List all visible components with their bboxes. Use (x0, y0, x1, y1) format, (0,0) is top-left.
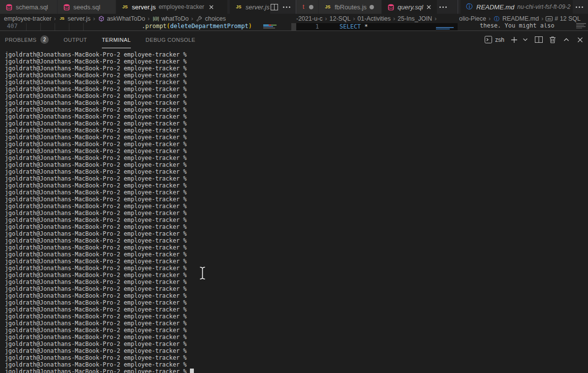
breadcrumb-item[interactable]: server.js (59, 15, 91, 22)
tab-fbroutes-js[interactable]: fbRoutes.js (319, 0, 382, 14)
chevron-down-icon[interactable] (521, 36, 529, 44)
breadcrumbs-bar: employee-tracker server.js askWhatToDo w… (0, 14, 588, 23)
terminal-prompt-line: jgoldrath@Jonathans-MacBook-Pro-2 employ… (5, 292, 588, 299)
breadcrumb-item[interactable]: 12-SQL (330, 15, 351, 22)
kill-terminal-trash-icon[interactable] (549, 36, 557, 44)
breadcrumb-separator (486, 15, 493, 22)
problems-count-badge: 2 (40, 35, 49, 44)
tab-seeds-sql[interactable]: seeds.sql (58, 0, 116, 14)
new-terminal-icon[interactable] (510, 36, 518, 44)
modified-dot-icon[interactable] (309, 5, 313, 9)
tab-description: nu-chi-virt-fsf-ft-09-2 (517, 3, 570, 10)
tab-server-js-preview[interactable]: server.js (230, 0, 270, 14)
panel-actions: zsh (484, 31, 584, 48)
editor-content-sliver: 407 .prompt(deleteDepartmentPrompt) 1 SE… (0, 23, 588, 31)
maximize-panel-chevron-up-icon[interactable] (562, 36, 570, 44)
breadcrumb-separator (391, 15, 398, 22)
tab-query-sql[interactable]: query.sql (382, 0, 437, 14)
js-icon (121, 3, 129, 11)
tab-terminal[interactable]: TERMINAL (102, 31, 131, 48)
breadcrumb-separator (91, 15, 97, 22)
tab-label: query.sql (398, 3, 423, 11)
terminal-prompt-line: jgoldrath@Jonathans-MacBook-Pro-2 employ… (5, 134, 588, 141)
breadcrumb-item[interactable]: olio-Piece (459, 15, 486, 22)
close-icon[interactable] (426, 3, 432, 11)
breadcrumb-item[interactable]: README.md (493, 15, 539, 22)
more-actions-icon[interactable] (439, 6, 447, 8)
modified-dot-icon[interactable] (370, 5, 374, 9)
terminal-prompt-line: jgoldrath@Jonathans-MacBook-Pro-2 employ… (5, 217, 588, 223)
terminal-prompt-line: jgoldrath@Jonathans-MacBook-Pro-2 employ… (5, 113, 588, 120)
terminal-prompt-line: jgoldrath@Jonathans-MacBook-Pro-2 employ… (5, 168, 588, 175)
symbol-string-icon (546, 16, 553, 21)
breadcrumb-separator (189, 15, 196, 22)
close-icon[interactable] (207, 3, 215, 11)
tab-label: fbRoutes.js (335, 3, 367, 11)
breadcrumb-item[interactable]: employee-tracker (4, 15, 52, 22)
terminal-prompt-line: jgoldrath@Jonathans-MacBook-Pro-2 employ… (5, 51, 588, 58)
more-actions-icon[interactable] (576, 6, 583, 8)
terminal-prompt-line: jgoldrath@Jonathans-MacBook-Pro-2 employ… (5, 58, 588, 65)
terminal-prompt-line: jgoldrath@Jonathans-MacBook-Pro-2 employ… (5, 258, 588, 265)
panel-tab-label: DEBUG CONSOLE (146, 37, 195, 43)
database-icon (387, 3, 395, 11)
breadcrumb-separator (323, 15, 330, 22)
terminal-prompt-line: jgoldrath@Jonathans-MacBook-Pro-2 employ… (5, 285, 588, 292)
breadcrumb-item[interactable]: 25-Ins_JOIN (398, 15, 432, 22)
more-actions-icon[interactable] (283, 6, 290, 8)
panel-tab-label: OUTPUT (63, 37, 87, 43)
terminal-output[interactable]: jgoldrath@Jonathans-MacBook-Pro-2 employ… (0, 48, 588, 373)
minimap[interactable] (576, 23, 587, 29)
terminal-prompt-line: jgoldrath@Jonathans-MacBook-Pro-2 employ… (5, 189, 588, 196)
breadcrumb-item[interactable]: # 12 SQL (546, 15, 581, 22)
editor-background-band (296, 23, 458, 31)
terminal-prompt-line: jgoldrath@Jonathans-MacBook-Pro-2 employ… (5, 341, 588, 347)
tab-server-js-active[interactable]: server.js employee-tracker (116, 0, 227, 14)
breadcrumb-item[interactable]: askWhatToDo (97, 15, 145, 22)
symbol-event-icon (152, 15, 159, 22)
terminal-prompt-line: jgoldrath@Jonathans-MacBook-Pro-2 employ… (5, 155, 588, 161)
minimap[interactable] (436, 27, 456, 30)
tab-problems[interactable]: PROBLEMS 2 (5, 31, 49, 48)
terminal-prompt-line: jgoldrath@Jonathans-MacBook-Pro-2 employ… (5, 327, 588, 334)
terminal-prompt-line: jgoldrath@Jonathans-MacBook-Pro-2 employ… (5, 93, 588, 99)
terminal-prompt-line: jgoldrath@Jonathans-MacBook-Pro-2 employ… (5, 210, 588, 217)
tab-readme-md[interactable]: README.md nu-chi-virt-fsf-ft-09-2 (461, 0, 573, 14)
tab-schema-sql[interactable]: schema.sql (0, 0, 58, 14)
terminal-prompt-line: jgoldrath@Jonathans-MacBook-Pro-2 employ… (5, 354, 588, 361)
terminal-prompt-line: jgoldrath@Jonathans-MacBook-Pro-2 employ… (5, 196, 588, 203)
terminal-prompt-line: jgoldrath@Jonathans-MacBook-Pro-2 employ… (5, 141, 588, 148)
terminal-cursor (190, 369, 194, 373)
js-icon (59, 15, 66, 22)
vscode-window: schema.sql seeds.sql server.js employee-… (0, 0, 588, 373)
editor-tab-bar: schema.sql seeds.sql server.js employee-… (0, 0, 588, 14)
tab-label-fragment: t (303, 3, 306, 10)
breadcrumb-separator (52, 15, 59, 22)
terminal-prompt-line: jgoldrath@Jonathans-MacBook-Pro-2 employ… (5, 279, 588, 285)
tab-label: seeds.sql (73, 3, 100, 11)
tab-label: schema.sql (16, 3, 48, 11)
bottom-panel: PROBLEMS 2 OUTPUT TERMINAL DEBUG CONSOLE (0, 31, 588, 373)
minimap[interactable] (263, 25, 277, 29)
terminal-prompt-line: jgoldrath@Jonathans-MacBook-Pro-2 employ… (5, 361, 588, 368)
close-panel-icon[interactable] (576, 36, 584, 44)
shell-selector[interactable]: zsh (484, 36, 504, 44)
tab-truncated[interactable]: t (296, 0, 319, 14)
terminal-prompt-line: jgoldrath@Jonathans-MacBook-Pro-2 employ… (5, 347, 588, 354)
breadcrumb-item[interactable]: choices (196, 15, 226, 22)
split-terminal-icon[interactable] (535, 36, 543, 44)
tab-debug-console[interactable]: DEBUG CONSOLE (146, 31, 195, 48)
breadcrumb-item[interactable]: whatToDo (152, 15, 189, 22)
editor-group3-actions (439, 0, 447, 14)
database-icon (62, 3, 70, 11)
terminal-prompt-line: jgoldrath@Jonathans-MacBook-Pro-2 employ… (5, 79, 588, 86)
js-icon (324, 3, 332, 11)
split-editor-icon[interactable] (270, 3, 278, 11)
panel-tab-label: TERMINAL (102, 37, 131, 43)
terminal-prompt-line: jgoldrath@Jonathans-MacBook-Pro-2 employ… (5, 320, 588, 327)
info-icon (493, 15, 500, 22)
terminal-prompt-line: jgoldrath@Jonathans-MacBook-Pro-2 employ… (5, 251, 588, 258)
breadcrumb-item[interactable]: -2021-u-c (296, 15, 323, 22)
tab-output[interactable]: OUTPUT (63, 31, 87, 48)
breadcrumb-item[interactable]: 01-Activities (358, 15, 391, 22)
